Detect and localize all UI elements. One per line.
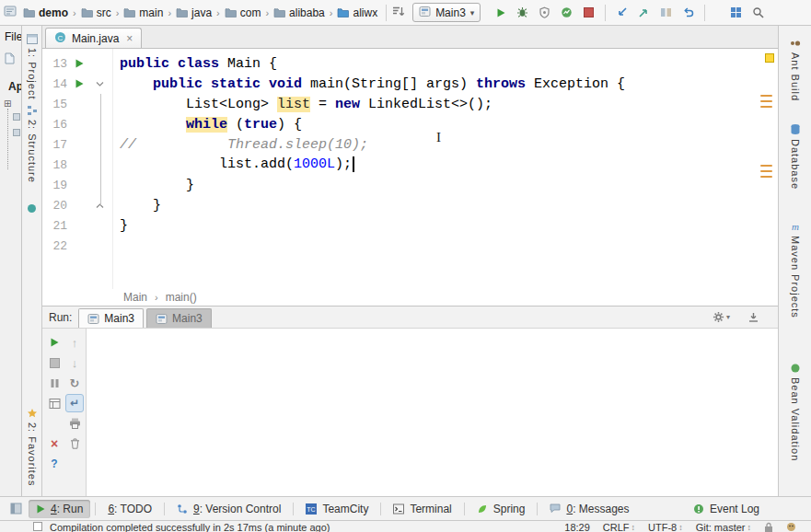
tool-button-maven-projects[interactable]: mMaven Projects (789, 218, 802, 321)
tool-tab-0-messages[interactable]: 0: Messages (542, 500, 636, 518)
code-line-14[interactable]: 14 public static void main(String[] args… (42, 74, 763, 94)
app-icon (419, 6, 431, 17)
up-stack-button[interactable]: ↑ (65, 333, 84, 352)
code-line-17[interactable]: 17// Thread.sleep(10); (42, 134, 763, 155)
tool-tab-terminal[interactable]: Terminal (386, 500, 458, 518)
fold-open-icon[interactable] (96, 81, 104, 87)
tool-button-ant-build[interactable]: Ant Build (789, 35, 802, 104)
breadcrumb-java[interactable]: java (173, 5, 214, 21)
editor-tab-main-java[interactable]: C Main.java × (45, 28, 142, 48)
status-message: Compilation completed successfully in 2s… (50, 522, 330, 532)
code-line-16[interactable]: 16 while (true) { (42, 114, 763, 134)
close-icon[interactable]: × (126, 32, 133, 45)
background-file-menu[interactable]: File (5, 30, 21, 43)
help-button[interactable]: ? (45, 455, 64, 473)
stop-disabled-button[interactable] (45, 353, 64, 372)
commit-button[interactable] (633, 3, 655, 23)
debug-button[interactable] (512, 3, 533, 23)
sort-icon[interactable] (392, 6, 405, 17)
tool-button-1-project[interactable]: 1: Project (26, 31, 39, 102)
undo-button[interactable] (678, 3, 699, 23)
search-button[interactable] (747, 3, 769, 23)
run-button[interactable] (490, 3, 511, 23)
tool-button-2-favorites[interactable]: 2: Favorites (26, 405, 39, 489)
run-config-selector[interactable]: Main3 ▾ (412, 3, 481, 22)
breadcrumb-com[interactable]: com (222, 5, 264, 21)
code-line-15[interactable]: 15 List<Long> list = new LinkedList<>(); (42, 94, 763, 114)
tool-button-bean-validation[interactable]: Bean Validation (789, 360, 802, 464)
close-tab-button[interactable]: × (45, 434, 64, 453)
event-log-icon (693, 503, 704, 515)
breadcrumb-alibaba[interactable]: alibaba (271, 5, 328, 21)
navigation-bar: demo›src›main›java›com›alibaba›aliwx (20, 5, 380, 21)
code-editor[interactable]: 13public class Main {14 public static vo… (42, 49, 778, 289)
rerun-failed-button[interactable]: ↻ (65, 374, 84, 392)
status-widget-git-master[interactable]: Git: master↕ (696, 522, 751, 532)
status-widget-utf-8[interactable]: UTF-8↕ (648, 522, 683, 532)
tree-expand-icon[interactable]: ⊞ (4, 98, 11, 109)
lock-button[interactable] (764, 522, 773, 532)
softwrap-button[interactable]: ↵ (65, 394, 84, 412)
update-project-icon (616, 6, 628, 18)
console-output[interactable] (87, 329, 778, 496)
hide-panel-button[interactable] (743, 307, 764, 328)
pause-button[interactable] (45, 374, 64, 392)
status-task-icon-slot (33, 522, 42, 532)
run-icon (495, 7, 506, 18)
tool-tab-6-todo[interactable]: 6: TODO (100, 500, 159, 518)
code-line-18[interactable]: 18 list.add(1000L); (42, 155, 763, 175)
tree-item-icon[interactable] (13, 113, 20, 121)
code-line-13[interactable]: 13public class Main { (42, 53, 763, 74)
run-line-icon[interactable] (75, 59, 84, 68)
breadcrumb-main[interactable]: main (121, 5, 166, 21)
editor-breadcrumb-main[interactable]: main() (166, 291, 197, 304)
tool-button-database[interactable]: Database (789, 121, 802, 192)
coverage-button[interactable] (534, 3, 555, 23)
tree-item-icon[interactable] (13, 129, 20, 136)
restore-layout-button[interactable] (45, 394, 64, 412)
breadcrumb-src[interactable]: src (78, 5, 114, 21)
editor-breadcrumb-main[interactable]: Main (123, 291, 147, 304)
down-stack-button[interactable]: ↓ (65, 353, 84, 372)
rerun-button[interactable] (45, 333, 64, 352)
navigation-bar-icon[interactable] (4, 5, 17, 17)
tool-button-2-structure[interactable]: 2: Structure (26, 102, 39, 186)
event-log-button[interactable]: Event Log (688, 500, 765, 518)
tool-tab-9-version-control[interactable]: 9: Version Control (169, 500, 288, 518)
status-bar: Compilation completed successfully in 2s… (0, 520, 811, 532)
tool-window-bar: 4: Run6: TODO9: Version ControlTCTeamCit… (0, 496, 811, 520)
code-line-22[interactable]: 22 (42, 236, 763, 256)
profiler-button[interactable] (556, 3, 577, 23)
breadcrumb-aliwx[interactable]: aliwx (334, 5, 380, 21)
clear-all-button[interactable] (65, 434, 84, 453)
tool-tab-teamcity[interactable]: TCTeamCity (298, 500, 376, 518)
updown-icon: ↕ (631, 524, 636, 532)
tool-tab-spring[interactable]: Spring (469, 500, 533, 518)
tool-button-label: Maven Projects (790, 236, 801, 318)
code-line-19[interactable]: 19 } (42, 175, 763, 195)
tool-button-pinned[interactable] (26, 201, 38, 216)
breadcrumb-demo[interactable]: demo (20, 5, 71, 21)
settings-gear-button[interactable]: ▾ (711, 307, 732, 328)
run-tab-main3-1[interactable]: Main3 (146, 308, 212, 328)
update-project-button[interactable] (611, 3, 632, 23)
tool-tab-4-run[interactable]: 4: Run (29, 500, 90, 518)
inspections-button[interactable] (786, 522, 796, 532)
fold-close-icon[interactable] (96, 202, 104, 209)
help-icon: ? (51, 458, 57, 469)
tool-window-switcher[interactable] (6, 499, 27, 519)
print-button[interactable] (65, 414, 84, 433)
code-line-21[interactable]: 21} (42, 215, 763, 236)
run-line-icon[interactable] (75, 79, 84, 88)
run-tab-main3-0[interactable]: Main3 (78, 308, 144, 328)
stop-button[interactable] (578, 3, 599, 23)
breadcrumb-label: com (240, 6, 261, 19)
line-number: 15 (42, 98, 70, 111)
line-number: 18 (42, 158, 70, 172)
stop-disabled-icon (50, 358, 60, 368)
hide-panel-icon (747, 311, 759, 323)
compare-button[interactable] (655, 3, 677, 23)
status-widget-crlf[interactable]: CRLF↕ (603, 522, 635, 532)
project-structure-button[interactable] (725, 3, 747, 23)
code-line-20[interactable]: 20 } (42, 195, 763, 215)
